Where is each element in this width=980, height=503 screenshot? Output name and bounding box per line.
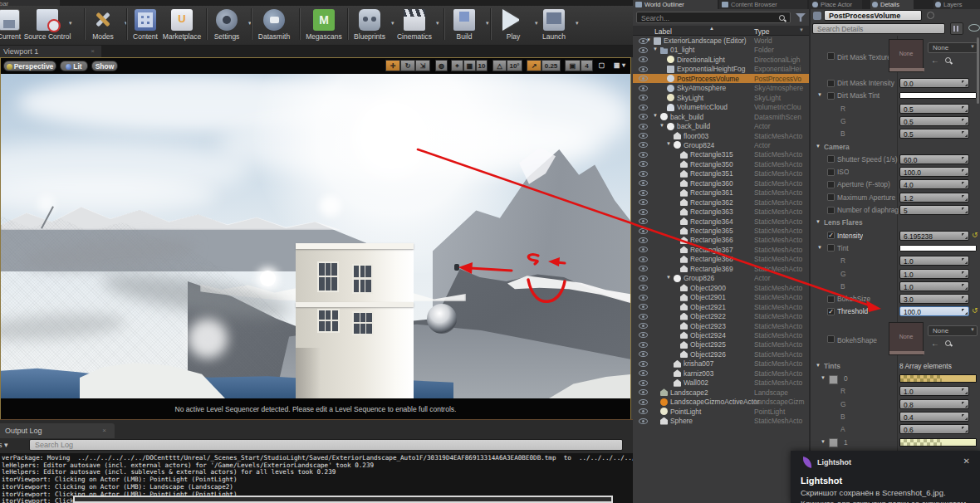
outliner-header[interactable]: Label ▲ Type ▼ <box>633 26 809 36</box>
asset-thumbnail[interactable]: None <box>889 322 924 355</box>
world-coord-toggle[interactable]: ◍ <box>435 60 448 71</box>
color-swatch-bar[interactable] <box>899 374 977 383</box>
spinbox-corner-icon[interactable] <box>962 296 968 302</box>
outliner-row[interactable]: ▼back_buildDatasmithScen <box>633 112 809 121</box>
dropdown-caret-icon[interactable]: ▾ <box>576 20 579 27</box>
outliner-row[interactable]: ▼back_buildActor <box>633 121 809 130</box>
outliner-settings-icon[interactable] <box>796 13 806 22</box>
output-log-tab-close-icon[interactable]: × <box>102 427 106 434</box>
scale-snap-value[interactable]: 0.25 <box>541 60 561 71</box>
property-value-input[interactable]: 0.0 <box>899 78 969 88</box>
expander-icon[interactable]: ▼ <box>666 141 671 146</box>
visibility-eye-icon[interactable] <box>639 124 648 129</box>
spinbox-corner-icon[interactable] <box>962 271 968 277</box>
view-options-eye-icon[interactable] <box>968 24 980 32</box>
visibility-eye-icon[interactable] <box>639 180 648 186</box>
visibility-eye-icon[interactable] <box>639 228 648 234</box>
property-checkbox[interactable]: ✓ <box>827 232 835 239</box>
property-checkbox[interactable] <box>827 335 835 343</box>
section-label[interactable]: Camera <box>824 143 850 151</box>
visibility-eye-icon[interactable] <box>639 114 648 120</box>
spinbox-corner-icon[interactable] <box>962 157 968 163</box>
outliner-row[interactable]: Rectangle363StaticMeshActo <box>633 207 809 216</box>
display-filter-button[interactable] <box>950 22 963 35</box>
property-value-input[interactable]: 0.5 <box>899 104 969 114</box>
property-value-input[interactable]: 5 <box>899 205 969 215</box>
show-button[interactable]: Show <box>91 61 118 71</box>
property-value-input[interactable]: 60.0 <box>899 154 969 164</box>
visibility-eye-icon[interactable] <box>639 342 648 348</box>
property-value-input[interactable]: 0.5 <box>899 116 969 126</box>
visibility-eye-icon[interactable] <box>639 276 648 281</box>
property-value-input[interactable]: 3.0 <box>899 294 969 304</box>
spinbox-corner-icon[interactable] <box>962 402 968 408</box>
outliner-row[interactable]: Rectangle362StaticMeshActo <box>633 198 809 207</box>
spinbox-corner-icon[interactable] <box>962 414 968 420</box>
dropdown-caret-icon[interactable]: ▾ <box>436 20 439 27</box>
reset-to-default-icon[interactable]: ↺ <box>972 306 978 315</box>
outliner-search-input[interactable]: Search... <box>636 12 791 23</box>
outliner-row[interactable]: LandscapeGizmoActiveActorLandscapeGizm <box>633 397 809 406</box>
property-checkbox[interactable] <box>827 168 835 176</box>
outliner-row[interactable]: Rectangle364StaticMeshActo <box>633 217 809 226</box>
outliner-row[interactable]: Object2926StaticMeshActo <box>633 349 809 359</box>
section-label[interactable]: Tints <box>824 362 840 370</box>
expander-icon[interactable]: ▼ <box>817 245 822 250</box>
visibility-eye-icon[interactable] <box>639 266 648 271</box>
column-label[interactable]: Label <box>654 27 672 36</box>
visibility-eye-icon[interactable] <box>639 351 648 357</box>
array-element-checkbox[interactable] <box>829 375 838 384</box>
viewport-layout-button[interactable]: ▦ ▾ <box>610 60 629 71</box>
property-checkbox[interactable] <box>827 244 835 252</box>
property-checkbox[interactable] <box>827 295 835 303</box>
spinbox-corner-icon[interactable] <box>962 284 968 290</box>
expander-icon[interactable]: ▼ <box>817 92 822 97</box>
outliner-row[interactable]: karniz003StaticMeshActo <box>633 369 809 378</box>
color-swatch-bar[interactable] <box>899 438 977 447</box>
visibility-eye-icon[interactable] <box>639 237 648 243</box>
output-log-tab[interactable]: Output Log× <box>0 423 115 438</box>
outliner-row[interactable]: Rectangle360StaticMeshActo <box>633 178 809 188</box>
visibility-eye-icon[interactable] <box>639 85 648 91</box>
outliner-row[interactable]: Rectangle351StaticMeshActo <box>633 168 809 178</box>
outliner-row[interactable]: Rectangle368StaticMeshActo <box>633 254 809 263</box>
property-value-input[interactable]: 4.0 <box>899 179 969 189</box>
property-checkbox[interactable] <box>827 92 835 100</box>
outliner-row[interactable]: Object2900StaticMeshActo <box>633 283 809 292</box>
property-checkbox[interactable] <box>827 80 835 87</box>
visibility-eye-icon[interactable] <box>639 66 648 72</box>
visibility-eye-icon[interactable] <box>639 199 648 205</box>
property-checkbox[interactable] <box>827 155 835 163</box>
tab-world-outliner[interactable]: World Outliner <box>633 0 718 9</box>
property-value-input[interactable]: 1.0 <box>899 269 969 279</box>
property-checkbox[interactable] <box>827 181 835 188</box>
visibility-eye-icon[interactable] <box>639 218 648 224</box>
property-checkbox[interactable]: ✓ <box>827 308 835 315</box>
outliner-row[interactable]: Landscape2Landscape <box>633 388 809 397</box>
visibility-eye-icon[interactable] <box>639 95 648 100</box>
launch-button[interactable]: Launch <box>531 7 577 44</box>
outliner-row[interactable]: floor003StaticMeshActo <box>633 131 809 140</box>
visibility-eye-icon[interactable] <box>639 323 648 329</box>
expander-icon[interactable]: ▼ <box>666 275 671 280</box>
expander-icon[interactable]: ▼ <box>659 123 664 128</box>
spinbox-corner-icon[interactable] <box>962 388 968 394</box>
array-element-checkbox[interactable] <box>829 438 838 447</box>
expander-icon[interactable]: ▼ <box>821 439 826 444</box>
outliner-row[interactable]: Object2901StaticMeshActo <box>633 292 809 301</box>
rotation-snap-value[interactable]: 10° <box>507 60 522 71</box>
property-checkbox[interactable] <box>827 52 835 60</box>
maximize-icon[interactable]: ▢ <box>597 60 606 71</box>
datasmith-button[interactable]: Datasmith <box>251 7 297 44</box>
property-value-input[interactable]: 1.0 <box>899 256 969 266</box>
toolbar-tab[interactable]: Toolbar <box>0 0 60 6</box>
property-value-input[interactable]: 100.0 <box>899 306 969 316</box>
lightshot-notification[interactable]: Lightshot ✕ Lightshot Скриншот сохранён … <box>791 451 980 503</box>
viewport-tab-close-icon[interactable]: × <box>91 47 95 55</box>
spinbox-corner-icon[interactable] <box>962 169 968 175</box>
outliner-row[interactable]: VolumetricCloudVolumetricClou <box>633 102 809 111</box>
visibility-eye-icon[interactable] <box>639 56 648 62</box>
property-checkbox[interactable] <box>827 207 835 214</box>
visibility-eye-icon[interactable] <box>639 256 648 262</box>
expander-icon[interactable]: ▼ <box>816 219 821 224</box>
